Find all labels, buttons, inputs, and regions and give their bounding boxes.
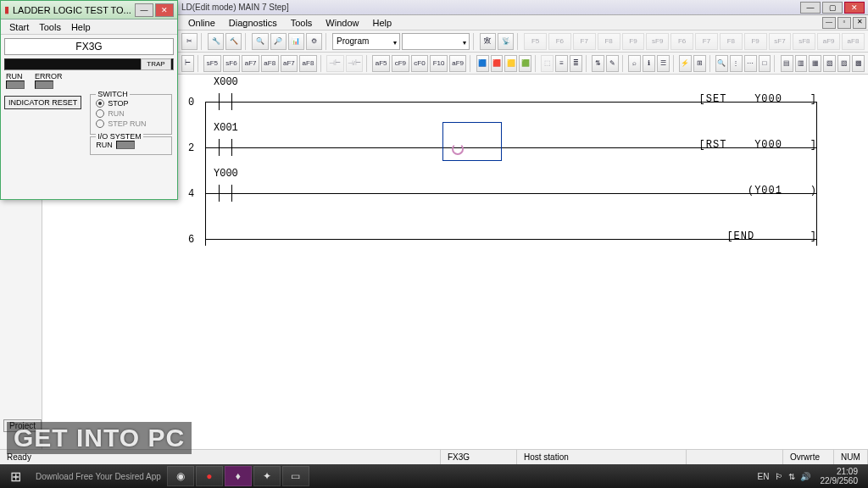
task-record-icon[interactable]: ● xyxy=(196,466,223,486)
fkey-af8: aF8 xyxy=(842,33,865,50)
minimize-button[interactable]: — xyxy=(800,2,821,14)
maximize-button[interactable]: ▢ xyxy=(822,2,843,14)
tray-flag-icon[interactable]: 🏳 xyxy=(775,472,783,481)
child-minimize-button[interactable]: — xyxy=(822,17,836,29)
switch-steprun-radio[interactable]: STEP RUN xyxy=(96,119,166,129)
start-button[interactable]: ⊞ xyxy=(0,464,31,488)
tb2-c2-icon[interactable]: 🟥 xyxy=(491,55,504,72)
tray-lang[interactable]: EN xyxy=(758,472,770,481)
tb2-i2-icon[interactable]: ▥ xyxy=(795,55,808,72)
contact-label: Y000 xyxy=(214,168,238,180)
menu-online[interactable]: Online xyxy=(181,18,222,28)
rung-rail xyxy=(205,239,817,240)
tb2-sf6[interactable]: sF6 xyxy=(223,55,241,72)
ladder-test-tool-window[interactable]: ▮ LADDER LOGIC TEST TO... — ✕ Start Tool… xyxy=(0,0,178,200)
tb-mode1-icon[interactable]: 🔧 xyxy=(208,33,224,50)
tb2-rung-icon[interactable]: ⊢ xyxy=(181,55,194,72)
tb2-g2-icon[interactable]: ⊞ xyxy=(693,55,706,72)
tb2-f10[interactable]: F10 xyxy=(430,55,448,72)
menu-tools[interactable]: Tools xyxy=(284,18,320,28)
output-instr[interactable]: [SET Y000 ] xyxy=(699,93,817,105)
program-combo[interactable]: Program xyxy=(332,33,400,50)
tb2-af9[interactable]: aF9 xyxy=(449,55,467,72)
tb-job-icon[interactable]: ⚙ xyxy=(306,33,322,50)
child-restore-button[interactable]: ▫ xyxy=(837,17,851,29)
end-instr: [END ] xyxy=(726,230,817,242)
float-minimize-button[interactable]: — xyxy=(135,3,153,17)
float-menu-help[interactable]: Help xyxy=(66,22,96,32)
tb-find2-icon[interactable]: 🔎 xyxy=(270,33,287,50)
tray-clock[interactable]: 21:09 22/9/2560 xyxy=(815,467,864,485)
tb-find-icon[interactable]: 🔍 xyxy=(252,33,268,50)
tb2-af8b[interactable]: aF8 xyxy=(299,55,317,72)
tb2-af5[interactable]: aF5 xyxy=(372,55,390,72)
close-button[interactable]: ✕ xyxy=(844,2,865,14)
device-name-box: FX3G xyxy=(4,38,174,55)
menu-window[interactable]: Window xyxy=(319,18,365,28)
tb2-h2-icon[interactable]: ⋮ xyxy=(730,55,743,72)
tb2-af7[interactable]: aF7 xyxy=(242,55,259,72)
tb2-h1-icon[interactable]: 🔍 xyxy=(715,55,728,72)
tb2-i6-icon[interactable]: ▩ xyxy=(852,55,865,72)
menu-help[interactable]: Help xyxy=(365,18,398,28)
task-app1-icon[interactable]: ✦ xyxy=(253,466,281,486)
float-title: LADDER LOGIC TEST TO... xyxy=(13,5,133,15)
tb2-af7b[interactable]: aF7 xyxy=(281,55,298,72)
tb2-d3-icon[interactable]: ≣ xyxy=(570,55,582,72)
float-close-button[interactable]: ✕ xyxy=(155,3,174,17)
tb-net2-icon[interactable]: 📡 xyxy=(498,33,514,50)
tb2-i4-icon[interactable]: ▧ xyxy=(823,55,836,72)
trap-button[interactable]: TRAP xyxy=(141,58,171,70)
tb2-d2-icon[interactable]: ≡ xyxy=(555,55,568,72)
rung-4[interactable]: 4 Y000 (Y001 ) xyxy=(180,166,851,208)
indicator-reset-button[interactable]: INDICATOR RESET xyxy=(4,96,81,109)
tb-mode2-icon[interactable]: 🔨 xyxy=(225,33,242,50)
tb2-sf5[interactable]: sF5 xyxy=(203,55,221,72)
output-instr[interactable]: [RST Y000 ] xyxy=(699,139,817,151)
tb-chart-icon[interactable]: 📊 xyxy=(288,33,304,50)
tb2-h4-icon[interactable]: □ xyxy=(759,55,771,72)
io-system-group: I/O SYSTEM RUN xyxy=(90,136,172,155)
child-close-button[interactable]: ✕ xyxy=(853,17,866,29)
tb2-c1-icon[interactable]: 🟦 xyxy=(476,55,489,72)
menu-diagnostics[interactable]: Diagnostics xyxy=(222,18,284,28)
tb-net1-icon[interactable]: 🕸 xyxy=(480,33,496,50)
tray-net-icon[interactable]: ⇅ xyxy=(788,472,795,481)
project-tab[interactable]: Project xyxy=(3,419,42,432)
tb2-cf0[interactable]: cF0 xyxy=(411,55,429,72)
tb2-c4-icon[interactable]: 🟩 xyxy=(519,55,531,72)
tb2-af8[interactable]: aF8 xyxy=(261,55,279,72)
tb2-e1-icon[interactable]: ⇅ xyxy=(592,55,604,72)
switch-stop-radio[interactable]: STOP xyxy=(96,98,166,108)
float-titlebar[interactable]: ▮ LADDER LOGIC TEST TO... — ✕ xyxy=(1,1,177,19)
tb2-g1-icon[interactable]: ⚡ xyxy=(679,55,692,72)
tb2-i3-icon[interactable]: ▦ xyxy=(809,55,821,72)
tb2-cf9[interactable]: cF9 xyxy=(392,55,409,72)
fkey-f5: F5 xyxy=(524,33,547,50)
tray-sound-icon[interactable]: 🔊 xyxy=(800,472,810,481)
empty-combo[interactable] xyxy=(402,33,470,50)
rung-0[interactable]: 0 X000 [SET Y000 ] xyxy=(180,75,851,117)
tb2-h3-icon[interactable]: ⋯ xyxy=(744,55,757,72)
float-menu-start[interactable]: Start xyxy=(4,22,34,32)
switch-run-radio[interactable]: RUN xyxy=(96,108,166,119)
ladder-editor[interactable]: 0 X000 [SET Y000 ] 2 X001 [RST Y000 ] 4 … xyxy=(180,75,851,449)
tb-cut-icon[interactable]: ✂ xyxy=(181,33,198,50)
task-pdf-icon[interactable]: ♦ xyxy=(225,466,252,486)
output-coil[interactable]: (Y001 ) xyxy=(748,185,817,197)
tb2-i1-icon[interactable]: ▤ xyxy=(781,55,793,72)
tb2-f1-icon[interactable]: ⌕ xyxy=(628,55,641,72)
tb2-i5-icon[interactable]: ▨ xyxy=(837,55,850,72)
cursor-selection[interactable] xyxy=(442,122,502,161)
task-app2-icon[interactable]: ▭ xyxy=(282,466,309,486)
toolbar-2: ⊢ sF5 sF6 aF7 aF8 aF7 aF8 ⊣⊢ ⊣/⊢ aF5 cF9… xyxy=(178,53,868,75)
rung-2[interactable]: 2 X001 [RST Y000 ] xyxy=(180,120,851,163)
tb2-e2-icon[interactable]: ✎ xyxy=(606,55,619,72)
task-chrome-icon[interactable]: ◉ xyxy=(167,466,194,486)
rung-6[interactable]: 6 [END ] xyxy=(180,212,851,254)
float-menu-tools[interactable]: Tools xyxy=(34,22,66,32)
tb2-c3-icon[interactable]: 🟨 xyxy=(504,55,517,72)
tb2-f3-icon[interactable]: ☰ xyxy=(657,55,670,72)
tb2-d1-icon: ⬚ xyxy=(541,55,554,72)
tb2-f2-icon[interactable]: ℹ xyxy=(643,55,655,72)
